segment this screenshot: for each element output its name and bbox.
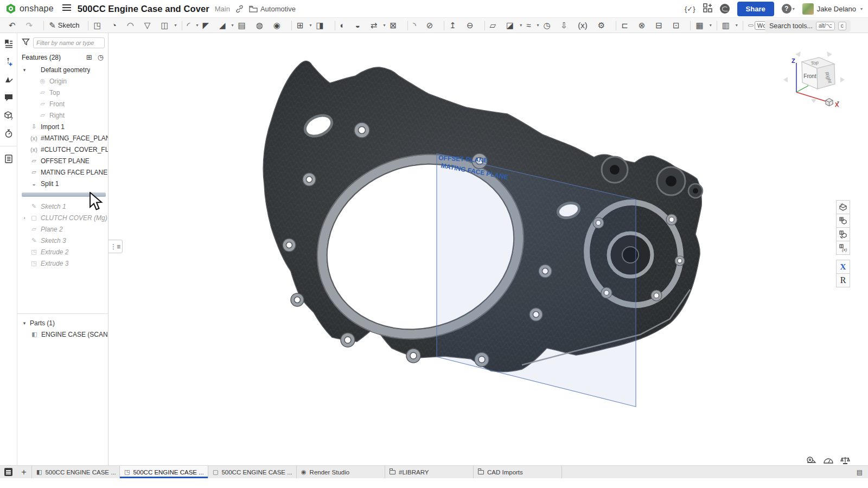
tool-named-views[interactable]: ▥ ▾ [720, 20, 740, 31]
xometry-panel-icon[interactable]: X [836, 260, 850, 274]
part-info-icon[interactable]: ? [2, 109, 15, 122]
feature-tree-item[interactable]: ▾ Default geometry [21, 64, 108, 75]
tool-tables[interactable]: ▦ ▾ [693, 20, 713, 31]
tool-loft[interactable]: ▽ [142, 20, 159, 31]
app-store-icon[interactable] [703, 3, 712, 15]
tool-replace-face[interactable]: ⊖ [464, 20, 482, 31]
tool-finish-part[interactable]: ⊡ [671, 20, 688, 31]
expander-icon[interactable]: ▾ [22, 320, 27, 326]
document-tab[interactable]: ◉ Render Studio [297, 466, 385, 478]
tool-delete-part[interactable]: ⊠ [387, 20, 405, 31]
tool-redo[interactable]: ↷ [24, 20, 41, 31]
featurescript-icon[interactable]: {✓} [685, 5, 695, 13]
annotate-icon[interactable] [2, 73, 15, 86]
tool-curve[interactable]: ≈ ▾ [524, 20, 541, 31]
appearance-panel-icon[interactable] [836, 200, 850, 214]
feature-tree-item[interactable]: ▱ Right [21, 110, 108, 121]
feature-tree-item[interactable]: ◳ Extrude 2 [21, 246, 108, 258]
comments-icon[interactable] [2, 91, 15, 104]
tool-move-face[interactable]: ↥ [447, 20, 464, 31]
add-tab-button[interactable]: + [16, 466, 31, 478]
tab-manager-button[interactable] [0, 466, 16, 478]
history-icon[interactable] [2, 127, 15, 140]
add-folder-icon[interactable]: ⊞ [86, 53, 92, 61]
named-views-panel-icon[interactable] [836, 227, 850, 241]
tool-flatten[interactable]: ⊟ [653, 20, 671, 31]
branch-label[interactable]: Main [215, 5, 230, 13]
tool-undo[interactable]: ↶ [7, 20, 24, 31]
feature-tree-item[interactable]: ◎ Origin [21, 75, 108, 87]
document-tab[interactable]: #LIBRARY [385, 466, 474, 478]
feature-dialog-flyout-handle[interactable]: ⋮≡ [108, 240, 123, 253]
assistant-icon[interactable] [720, 4, 730, 14]
render-panel-icon[interactable]: R [836, 273, 850, 287]
cut-list-icon[interactable] [2, 152, 15, 165]
filter-icon[interactable] [22, 38, 30, 48]
tool-fillet[interactable]: ◜ ▾ [185, 20, 201, 31]
search-tools[interactable]: Search tools... alt/⌥ c [765, 20, 851, 32]
expander-icon[interactable]: › [22, 215, 27, 221]
tool-rib[interactable]: ▤ [236, 20, 254, 31]
tool-boolean[interactable]: ◐ [338, 20, 353, 31]
tool-delete-face[interactable]: ⊘ [424, 20, 442, 31]
feature-tree-item[interactable]: ◒ Split 1 [21, 178, 108, 189]
configurations-panel-icon[interactable]: (x) [836, 241, 850, 255]
document-tab[interactable]: ◳ 500CC ENGINE CASE ... [120, 466, 208, 478]
feature-tree-item[interactable]: › ▢ CLUTCH COVER (Mg) (13) [21, 212, 108, 223]
display-states-panel-icon[interactable] [836, 214, 850, 228]
tool-variable[interactable]: (x) [576, 20, 596, 31]
tool-chamfer[interactable]: ◤ [200, 20, 217, 31]
document-tab[interactable]: ◧ 500CC ENGINE CASE ... [31, 466, 120, 478]
document-tab[interactable]: ▢ 500CC ENGINE CASE ... [208, 466, 297, 478]
feature-tree-item[interactable]: ◳ Extrude 3 [21, 258, 108, 269]
tool-sheet-metal[interactable]: ⊏ [619, 20, 636, 31]
insert-version-icon[interactable] [2, 55, 15, 68]
share-button[interactable]: Share [737, 2, 774, 16]
tool-shell[interactable]: ◍ [254, 20, 271, 31]
feature-tree-item[interactable]: ▱ Plane 2 [21, 223, 108, 235]
tool-custom-feature[interactable]: ⚙ [596, 20, 613, 31]
regenerate-icon[interactable]: ◷ [98, 53, 104, 61]
project-name[interactable]: Automotive [260, 5, 296, 13]
part-list-item[interactable]: ◧ ENGINE CASE (SCAN) [21, 329, 108, 340]
feature-tree-item[interactable]: ✎ Sketch 3 [21, 235, 108, 246]
feature-tree-item[interactable] [22, 192, 106, 197]
document-title[interactable]: 500CC Engine Case and Cover [78, 4, 209, 14]
view-options-menu[interactable]: ▾ [825, 98, 839, 107]
tool-plane[interactable]: ▱ [488, 20, 505, 31]
parts-header-row[interactable]: ▾ Parts (1) [21, 317, 108, 329]
tool-transform[interactable]: ⇄ ▾ [368, 20, 388, 31]
tool-derived[interactable]: ⇩ [559, 20, 576, 31]
feature-tree-item[interactable]: ✎ Sketch 1 [21, 201, 108, 212]
tab-list-icon[interactable]: ▤ [857, 466, 868, 478]
view-cube-front-label[interactable]: Front [803, 73, 816, 79]
tool-sketch[interactable]: ✎ Sketch [47, 20, 85, 31]
filter-input[interactable] [33, 37, 105, 48]
tool-sweep[interactable]: ◠ [125, 20, 142, 31]
help-menu[interactable]: ? ▾ [782, 4, 795, 14]
feature-tree-item[interactable]: ▱ Top [21, 87, 108, 98]
feature-tree-item[interactable]: ▱ Front [21, 98, 108, 110]
user-menu[interactable]: Jake Delano ▾ [802, 3, 863, 15]
graphics-area[interactable]: OFFSET PLANE MATING FACE PLANE [108, 33, 868, 465]
feature-tree-item[interactable]: (x) #CLUTCH_COVER_FLAN... [21, 144, 108, 155]
expander-icon[interactable]: ▾ [22, 67, 27, 73]
tool-convert-to-sheet-metal[interactable]: ⊗ [636, 20, 654, 31]
tool-revolve[interactable]: ◔ [110, 20, 125, 31]
tool-extrude[interactable]: ◳ [91, 20, 109, 31]
tool-linear-pattern[interactable]: ⊞ ▾ [295, 20, 314, 31]
tool-draft[interactable]: ◢ ▾ [217, 20, 236, 31]
tool-helix[interactable]: ◷ [541, 20, 559, 31]
tool-mirror[interactable]: ◨ [314, 20, 331, 31]
feature-list-icon[interactable] [2, 37, 15, 50]
tool-thicken[interactable]: ◫ ▾ [158, 20, 178, 31]
document-tab[interactable]: CAD Imports [474, 466, 562, 478]
onshape-logo[interactable]: onshape [5, 3, 54, 14]
hamburger-menu-icon[interactable] [62, 4, 71, 14]
tool-split[interactable]: ◒ [353, 20, 368, 31]
feature-tree-item[interactable]: ▱ OFFSET PLANE [21, 155, 108, 166]
tool-modify-fillet[interactable]: ◝ [411, 20, 424, 31]
3d-model-engine-case[interactable]: OFFSET PLANE MATING FACE PLANE [108, 33, 868, 465]
link-icon[interactable] [235, 5, 244, 13]
feature-tree-item[interactable]: ⇩ Import 1 [21, 121, 108, 132]
